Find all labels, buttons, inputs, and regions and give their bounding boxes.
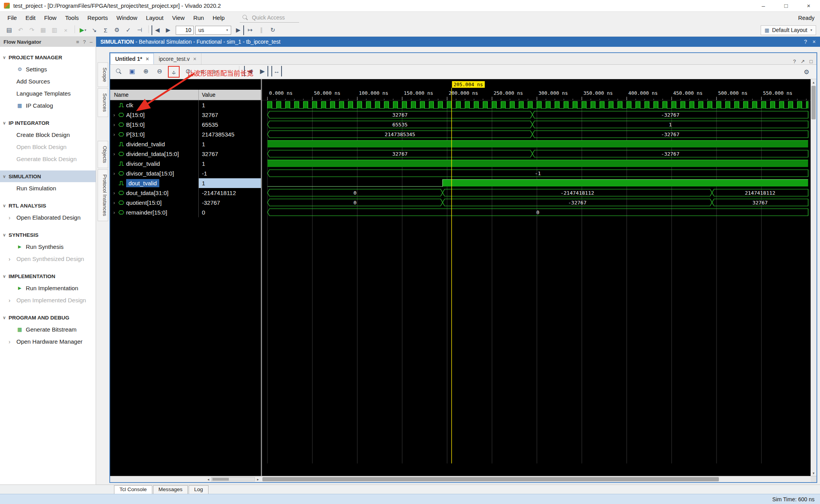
flownav-item-open-implemented-design[interactable]: ›Open Implemented Design: [0, 294, 96, 306]
settings-button[interactable]: ⚙: [112, 25, 122, 35]
signal-row-remainder-15-0[interactable]: ›remainder[15:0]0: [110, 208, 261, 217]
collapse-icon[interactable]: ∨: [3, 274, 9, 279]
delete-button[interactable]: ×: [61, 25, 71, 35]
signal-row-divisor-tvalid[interactable]: divisor_tvalid1: [110, 159, 261, 169]
side-tab-scope[interactable]: Scope: [98, 62, 108, 87]
zoom-out-button[interactable]: ⊖: [154, 66, 165, 76]
wave-hscrollbar[interactable]: [261, 476, 811, 482]
wave-settings-button[interactable]: ⚙: [801, 67, 812, 77]
close-button[interactable]: ×: [797, 0, 820, 12]
tab-untitled-1[interactable]: Untitled 1*×: [110, 53, 154, 64]
flownav-item-open-elaborated-design[interactable]: ›Open Elaborated Design: [0, 211, 96, 224]
menu-reports[interactable]: Reports: [83, 13, 112, 23]
flownav-item-open-hardware-manager[interactable]: ›Open Hardware Manager: [0, 335, 96, 348]
step-button[interactable]: ↘: [89, 25, 100, 35]
flownav-section-program-and-debug[interactable]: ∨PROGRAM AND DEBUG: [0, 312, 96, 323]
layout-select[interactable]: ▦ Default Layout ▾: [761, 25, 816, 35]
menu-file[interactable]: File: [3, 13, 21, 23]
menu-tools[interactable]: Tools: [61, 13, 83, 23]
swap-cursors-button[interactable]: ↔: [271, 66, 282, 76]
pause-button[interactable]: ∥: [256, 25, 267, 35]
time-unit-select[interactable]: us ▾: [195, 26, 231, 35]
flownav-item-add-sources[interactable]: Add Sources: [0, 75, 96, 87]
menu-layout[interactable]: Layout: [142, 13, 168, 23]
signal-row-divisor-tdata-15-0[interactable]: ›divisor_tdata[15:0]-1: [110, 169, 261, 178]
step-simulation-button[interactable]: ↦: [245, 25, 255, 35]
quick-access-search[interactable]: Quick Access: [240, 13, 299, 23]
flownav-section-rtl-analysis[interactable]: ∨RTL ANALYSIS: [0, 200, 96, 211]
zoom-in-button[interactable]: ⊕: [141, 66, 151, 76]
menu-view[interactable]: View: [168, 13, 189, 23]
open-recent-button[interactable]: ▤: [4, 25, 14, 35]
goto-time-end-button[interactable]: ▶: [258, 66, 268, 76]
zoom-fit-button[interactable]: ↔↕: [168, 66, 180, 78]
menu-edit[interactable]: Edit: [21, 13, 40, 23]
flownav-item-create-block-design[interactable]: Create Block Design: [0, 129, 96, 141]
expand-icon[interactable]: ›: [9, 339, 14, 345]
flownav-section-project-manager[interactable]: ∨PROJECT MANAGER: [0, 51, 96, 63]
undo-button[interactable]: ↶: [15, 25, 26, 35]
help-icon[interactable]: ?: [793, 59, 796, 64]
flownav-item-run-implementation[interactable]: ▶Run Implementation: [0, 282, 96, 294]
paste-button[interactable]: ▥: [49, 25, 60, 35]
signal-row-dividend-tdata-15-0[interactable]: ›dividend_tdata[15:0]32767: [110, 149, 261, 159]
maximize-icon[interactable]: □: [809, 59, 813, 64]
copy-button[interactable]: ▦: [38, 25, 48, 35]
flownav-item-open-synthesized-design[interactable]: ›Open Synthesized Design: [0, 253, 96, 265]
flownav-item-generate-bitstream[interactable]: ▦Generate Bitstream: [0, 323, 96, 335]
menu-window[interactable]: Window: [112, 13, 141, 23]
collapse-icon[interactable]: ∨: [3, 55, 9, 60]
scroll-left-icon[interactable]: ◂: [205, 476, 211, 482]
expand-icon[interactable]: ›: [111, 200, 117, 206]
signal-row-dividend-tvalid[interactable]: dividend_tvalid1: [110, 139, 261, 149]
report-summary-button[interactable]: Σ: [100, 25, 111, 35]
relaunch-button[interactable]: ↻: [267, 25, 278, 35]
expand-icon[interactable]: ›: [9, 256, 14, 262]
flownav-item-language-templates[interactable]: Language Templates: [0, 87, 96, 99]
collapse-icon[interactable]: ∨: [3, 174, 9, 179]
expand-icon[interactable]: ›: [111, 112, 117, 118]
flownav-section-simulation[interactable]: ∨SIMULATION: [0, 170, 96, 182]
flownav-item-open-block-design[interactable]: Open Block Design: [0, 141, 96, 153]
signal-row-dout-tvalid[interactable]: dout_tvalid1: [110, 178, 261, 188]
expand-icon[interactable]: ›: [111, 209, 117, 215]
float-icon[interactable]: ↗: [800, 59, 805, 64]
menu-run[interactable]: Run: [189, 13, 209, 23]
console-tab-log[interactable]: Log: [189, 485, 209, 494]
menu-icon[interactable]: ≡: [76, 39, 79, 45]
flownav-item-ip-catalog[interactable]: ▦IP Catalog: [0, 99, 96, 112]
scroll-thumb[interactable]: [212, 478, 229, 481]
menu-help[interactable]: Help: [208, 13, 229, 23]
flownav-item-settings[interactable]: ⚙Settings: [0, 63, 96, 75]
flownav-section-synthesis[interactable]: ∨SYNTHESIS: [0, 229, 96, 241]
expand-icon[interactable]: ›: [9, 215, 14, 221]
side-tab-objects[interactable]: Objects: [98, 141, 108, 168]
collapse-icon[interactable]: ∨: [3, 315, 9, 320]
expand-icon[interactable]: ›: [111, 131, 117, 137]
value-column-header[interactable]: Value: [199, 90, 261, 100]
wave-vscrollbar[interactable]: ▴ ▾: [811, 79, 816, 482]
help-icon[interactable]: ?: [804, 39, 807, 45]
console-tab-tcl-console[interactable]: Tcl Console: [114, 485, 152, 494]
probe-button[interactable]: ⊣: [134, 25, 145, 35]
expand-icon[interactable]: ›: [111, 122, 117, 128]
save-waveform-button[interactable]: ▣: [127, 66, 137, 76]
scroll-down-icon[interactable]: ▾: [811, 470, 816, 476]
scroll-up-icon[interactable]: ▴: [811, 79, 816, 85]
signal-row-clk[interactable]: clk1: [110, 100, 261, 110]
tab-ipcore-test-v[interactable]: ipcore_test.v×: [154, 53, 201, 64]
sim-runtime-input[interactable]: [176, 26, 194, 35]
validate-button[interactable]: ✓: [123, 25, 134, 35]
close-icon[interactable]: ×: [813, 39, 816, 45]
collapse-icon[interactable]: ∨: [3, 121, 9, 126]
run-button[interactable]: ▶▾: [78, 25, 88, 35]
run-for-time-button[interactable]: ▶: [234, 25, 244, 35]
wave-vscroll-thumb[interactable]: [811, 86, 816, 119]
side-tab-protocol-instances[interactable]: Protocol Instances: [98, 169, 108, 221]
scroll-track[interactable]: [211, 477, 255, 481]
waveform-canvas[interactable]: 0.000 ns50.000 ns100.000 ns150.000 ns200…: [261, 79, 811, 476]
flownav-section-implementation[interactable]: ∨IMPLEMENTATION: [0, 270, 96, 282]
collapse-icon[interactable]: –: [90, 39, 93, 45]
side-tab-sources[interactable]: Sources: [98, 88, 108, 117]
scroll-right-icon[interactable]: ▸: [255, 476, 261, 482]
